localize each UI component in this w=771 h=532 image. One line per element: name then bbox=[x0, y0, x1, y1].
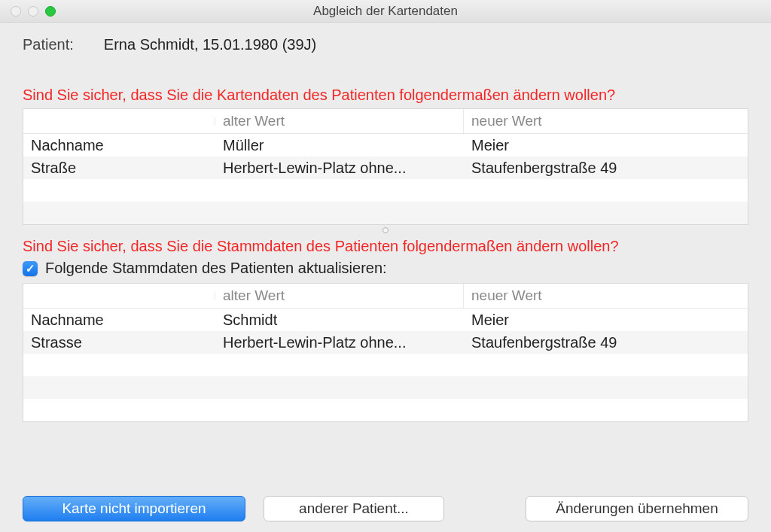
maximize-icon[interactable] bbox=[45, 6, 56, 17]
cell-old: Schmidt bbox=[215, 309, 464, 331]
other-patient-button[interactable]: anderer Patient... bbox=[264, 496, 444, 521]
patient-value: Erna Schmidt, 15.01.1980 (39J) bbox=[104, 36, 316, 53]
table-header: alter Wert neuer Wert bbox=[23, 284, 748, 309]
col-old[interactable]: alter Wert bbox=[215, 109, 464, 133]
close-icon[interactable] bbox=[11, 6, 21, 17]
minimize-icon[interactable] bbox=[28, 6, 38, 17]
cell-field: Nachname bbox=[23, 309, 215, 331]
window-title: Abgleich der Kartendaten bbox=[0, 4, 771, 19]
table-header: alter Wert neuer Wert bbox=[23, 109, 748, 134]
patient-row: Patient: Erna Schmidt, 15.01.1980 (39J) bbox=[23, 36, 748, 53]
empty-row bbox=[23, 399, 748, 421]
dont-import-button[interactable]: Karte nicht importieren bbox=[23, 496, 245, 521]
split-handle[interactable] bbox=[23, 225, 748, 238]
empty-row bbox=[23, 179, 748, 202]
cell-old: Herbert-Lewin-Platz ohne... bbox=[215, 332, 464, 354]
col-new[interactable]: neuer Wert bbox=[464, 109, 748, 133]
update-stammdaten-checkbox[interactable] bbox=[23, 261, 38, 276]
apply-changes-button[interactable]: Änderungen übernehmen bbox=[526, 496, 748, 521]
table-row[interactable]: Nachname Schmidt Meier bbox=[23, 309, 748, 331]
col-field[interactable] bbox=[23, 292, 215, 299]
checkbox-label: Folgende Stammdaten des Patienten aktual… bbox=[45, 260, 387, 277]
cell-new: Staufenbergstraße 49 bbox=[464, 157, 748, 179]
cell-old: Herbert-Lewin-Platz ohne... bbox=[215, 157, 464, 179]
col-field[interactable] bbox=[23, 117, 215, 125]
cell-old: Müller bbox=[215, 135, 464, 157]
stammdaten-table: alter Wert neuer Wert Nachname Schmidt M… bbox=[23, 283, 748, 422]
table-row[interactable]: Strasse Herbert-Lewin-Platz ohne... Stau… bbox=[23, 331, 748, 354]
empty-row bbox=[23, 202, 748, 224]
resize-dot-icon bbox=[382, 227, 389, 233]
cell-field: Straße bbox=[23, 157, 215, 179]
cell-new: Staufenbergstraße 49 bbox=[464, 332, 748, 354]
kartendaten-warning: Sind Sie sicher, dass Sie die Kartendate… bbox=[23, 87, 748, 104]
button-bar: Karte nicht importieren anderer Patient.… bbox=[23, 496, 748, 521]
table-row[interactable]: Nachname Müller Meier bbox=[23, 134, 748, 157]
traffic-lights bbox=[11, 6, 56, 17]
cell-field: Nachname bbox=[23, 135, 215, 157]
dialog-content: Patient: Erna Schmidt, 15.01.1980 (39J) … bbox=[0, 23, 771, 422]
empty-row bbox=[23, 376, 748, 399]
titlebar: Abgleich der Kartendaten bbox=[0, 0, 771, 23]
col-old[interactable]: alter Wert bbox=[215, 284, 464, 308]
update-stammdaten-row: Folgende Stammdaten des Patienten aktual… bbox=[23, 260, 748, 277]
stammdaten-warning: Sind Sie sicher, dass Sie die Stammdaten… bbox=[23, 238, 748, 255]
empty-row bbox=[23, 354, 748, 376]
cell-field: Strasse bbox=[23, 332, 215, 354]
cell-new: Meier bbox=[464, 135, 748, 157]
table-row[interactable]: Straße Herbert-Lewin-Platz ohne... Stauf… bbox=[23, 157, 748, 179]
patient-label: Patient: bbox=[23, 36, 74, 53]
cell-new: Meier bbox=[464, 309, 748, 331]
kartendaten-table: alter Wert neuer Wert Nachname Müller Me… bbox=[23, 108, 748, 225]
col-new[interactable]: neuer Wert bbox=[464, 284, 748, 308]
